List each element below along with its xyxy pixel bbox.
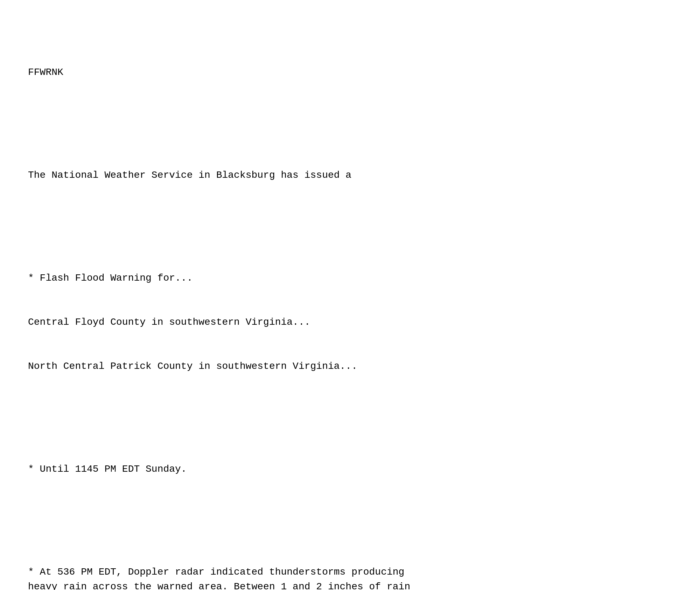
affected-area-2: North Central Patrick County in southwes… [28, 359, 672, 374]
at-time-paragraph: * At 536 PM EDT, Doppler radar indicated… [28, 565, 672, 590]
intro-text: The National Weather Service in Blacksbu… [28, 168, 672, 183]
until-text: * Until 1145 PM EDT Sunday. [28, 462, 672, 477]
affected-area-1: Central Floyd County in southwestern Vir… [28, 315, 672, 330]
header-code: FFWRNK [28, 65, 672, 80]
warning-header: * Flash Flood Warning for... [28, 271, 672, 286]
document-container: FFWRNK The National Weather Service in B… [28, 21, 672, 590]
